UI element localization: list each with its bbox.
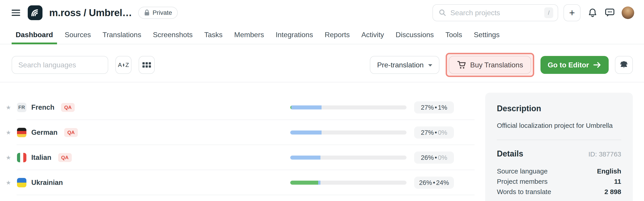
- project-id: ID: 387763: [588, 150, 621, 158]
- tab-dashboard[interactable]: Dashboard: [16, 26, 53, 44]
- tab-sources[interactable]: Sources: [64, 26, 91, 44]
- project-nav-tabs: Dashboard Sources Translations Screensho…: [0, 26, 644, 44]
- tab-integrations[interactable]: Integrations: [276, 26, 313, 44]
- grid-view-button[interactable]: [139, 56, 155, 74]
- details-title: Details: [497, 149, 523, 158]
- favorite-star-icon[interactable]: ★: [6, 154, 12, 161]
- top-bar-right: / +: [432, 4, 634, 21]
- subscribe-bell-button[interactable]: [615, 56, 633, 74]
- progress-translated: [318, 181, 320, 185]
- toolbar-actions: Pre-translation Buy Translations Go to E…: [370, 53, 633, 77]
- tab-settings[interactable]: Settings: [474, 26, 500, 44]
- privacy-badge-label: Private: [152, 9, 172, 16]
- progress-percent-badge: 27%•0%: [414, 126, 454, 139]
- project-search-input[interactable]: [450, 9, 540, 17]
- description-title: Description: [497, 104, 621, 113]
- language-name[interactable]: Italian: [31, 153, 52, 162]
- percent-approved: 1%: [438, 104, 447, 111]
- language-row-french[interactable]: ★ FR French QA 27%•1%: [6, 95, 474, 120]
- qa-badge[interactable]: QA: [61, 103, 75, 112]
- project-search[interactable]: /: [432, 4, 558, 21]
- progress-percent-badge: 27%•1%: [414, 101, 454, 113]
- progress-translated: [290, 155, 320, 160]
- percent-translated: 26%: [419, 179, 432, 186]
- language-name[interactable]: French: [31, 103, 54, 111]
- ringing-bell-icon: [619, 60, 629, 70]
- progress-approved: [290, 181, 318, 185]
- notifications-bell-icon[interactable]: [588, 8, 598, 18]
- dashboard-toolbar: A ▲▼ Z Pre-translation Buy Tr: [0, 55, 644, 75]
- language-row-german[interactable]: ★ German QA 27%•0%: [6, 120, 474, 145]
- project-title: m.ross / Umbrel…: [49, 7, 132, 18]
- percent-approved: 0%: [438, 154, 447, 161]
- qa-badge[interactable]: QA: [64, 128, 78, 137]
- buy-translations-button[interactable]: Buy Translations: [449, 56, 531, 74]
- go-to-editor-button[interactable]: Go to Editor: [540, 56, 609, 74]
- grid-view-icon: [142, 62, 151, 68]
- translation-progress-bar: [290, 155, 406, 160]
- pre-translation-dropdown[interactable]: Pre-translation: [370, 56, 439, 74]
- go-to-editor-label: Go to Editor: [548, 61, 589, 69]
- lock-icon: [144, 10, 150, 16]
- language-flag: [17, 178, 26, 187]
- favorite-star-icon[interactable]: ★: [6, 104, 12, 111]
- percent-translated: 26%: [421, 154, 434, 161]
- search-shortcut-hint: /: [544, 8, 553, 18]
- tab-discussions[interactable]: Discussions: [396, 26, 434, 44]
- tab-tasks[interactable]: Tasks: [204, 26, 223, 44]
- language-list: ★ FR French QA 27%•1% ★ German QA 27%•0%: [6, 82, 474, 195]
- card-divider: [497, 140, 621, 140]
- percent-approved: 0%: [438, 129, 447, 136]
- translation-progress-bar: [290, 105, 406, 109]
- tab-members[interactable]: Members: [234, 26, 264, 44]
- user-avatar[interactable]: [622, 7, 634, 19]
- detail-row-source-language: Source languageEnglish: [497, 166, 621, 176]
- project-dashboard-page: m.ross / Umbrel… Private / +: [0, 0, 644, 201]
- detail-row-project-members: Project members11: [497, 176, 621, 187]
- progress-translated: [290, 130, 322, 134]
- language-name[interactable]: Ukrainian: [31, 179, 63, 187]
- language-flag: FR: [17, 103, 26, 112]
- privacy-badge: Private: [138, 7, 178, 19]
- translation-progress-bar: [290, 130, 406, 134]
- detail-row-words-to-translate: Words to translate2 898: [497, 187, 621, 197]
- tab-translations[interactable]: Translations: [103, 26, 141, 44]
- progress-percent-badge: 26%•0%: [414, 151, 454, 164]
- qa-badge[interactable]: QA: [58, 153, 72, 162]
- menu-icon[interactable]: [12, 10, 20, 16]
- dashboard-content: ★ FR French QA 27%•1% ★ German QA 27%•0%: [0, 82, 644, 201]
- sort-languages-button[interactable]: A ▲▼ Z: [116, 56, 132, 74]
- language-flag: [17, 153, 26, 162]
- top-bar: m.ross / Umbrel… Private / +: [0, 0, 644, 26]
- translation-progress-bar: [290, 181, 406, 185]
- percent-approved: 24%: [436, 179, 449, 186]
- project-details-card: Description Official localization projec…: [485, 93, 633, 201]
- language-flag: [17, 128, 26, 137]
- sort-az-icon: A ▲▼ Z: [118, 62, 129, 69]
- favorite-star-icon[interactable]: ★: [6, 129, 12, 136]
- buy-translations-label: Buy Translations: [470, 61, 523, 69]
- language-name[interactable]: German: [31, 128, 58, 136]
- language-row-ukrainian[interactable]: ★ Ukrainian QA 26%•24%: [6, 170, 474, 195]
- language-row-italian[interactable]: ★ Italian QA 26%•0%: [6, 145, 474, 170]
- cart-icon: [457, 60, 466, 70]
- tab-activity[interactable]: Activity: [361, 26, 384, 44]
- messages-chat-icon[interactable]: [605, 8, 615, 18]
- progress-translated: [291, 105, 322, 109]
- favorite-star-icon[interactable]: ★: [6, 179, 12, 186]
- create-project-button[interactable]: +: [564, 4, 580, 21]
- tab-screenshots[interactable]: Screenshots: [153, 26, 193, 44]
- description-text: Official localization project for Umbrel…: [497, 121, 621, 130]
- app-logo[interactable]: [28, 5, 42, 20]
- annotation-highlight-box: Buy Translations: [446, 53, 534, 77]
- search-icon: [439, 9, 446, 17]
- percent-translated: 27%: [421, 129, 434, 136]
- arrow-right-icon: [593, 61, 602, 69]
- tab-reports[interactable]: Reports: [325, 26, 350, 44]
- language-search-input[interactable]: [12, 56, 108, 74]
- details-rows: Source languageEnglish Project members11…: [497, 166, 621, 197]
- percent-translated: 27%: [421, 104, 434, 111]
- progress-percent-badge: 26%•24%: [414, 177, 454, 189]
- pre-translation-label: Pre-translation: [377, 61, 424, 69]
- tab-tools[interactable]: Tools: [446, 26, 462, 44]
